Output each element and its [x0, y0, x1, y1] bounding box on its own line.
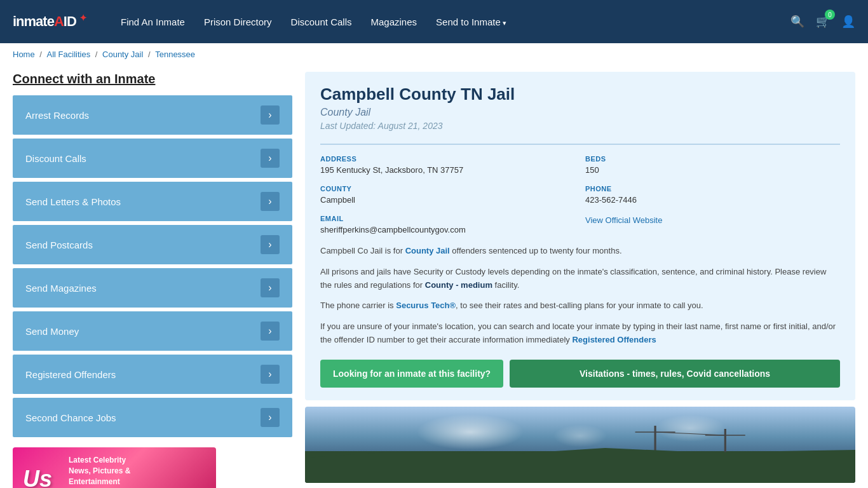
- ad-headline: Latest Celebrity News, Pictures & Entert…: [62, 455, 210, 487]
- desc-para-4: If you are unsure of your inmate's locat…: [320, 320, 840, 347]
- facility-last-updated: Last Updated: August 21, 2023: [320, 121, 840, 131]
- breadcrumb-all-facilities[interactable]: All Facilities: [47, 50, 91, 59]
- search-icon[interactable]: 🔍: [790, 15, 804, 29]
- logo[interactable]: inmateAID ✦: [13, 13, 102, 30]
- logo-text: inmateAID ✦: [13, 13, 86, 30]
- main-layout: Connect with an Inmate Arrest Records › …: [0, 65, 868, 488]
- svg-marker-5: [305, 448, 855, 483]
- header-icons: 🔍 🛒 0 👤: [790, 15, 855, 29]
- facility-card: Campbell County TN Jail County Jail Last…: [305, 72, 855, 400]
- sidebar-item-label: Second Chance Jobs: [25, 412, 116, 423]
- nav-send-to-inmate[interactable]: Send to Inmate: [436, 17, 506, 27]
- sidebar-item-discount-calls[interactable]: Discount Calls ›: [13, 139, 292, 178]
- address-value: 195 Kentucky St, Jacksboro, TN 37757: [320, 165, 575, 175]
- sidebar-title: Connect with an Inmate: [13, 72, 292, 86]
- breadcrumb-home[interactable]: Home: [13, 50, 35, 59]
- county-medium-link[interactable]: County - medium: [425, 280, 492, 290]
- nav-magazines[interactable]: Magazines: [370, 17, 417, 27]
- arrow-icon: ›: [261, 278, 280, 297]
- desc-para-3: The phone carrier is Securus Tech®, to s…: [320, 299, 840, 313]
- arrow-icon: ›: [261, 408, 280, 427]
- desc-para-1: Campbell Co Jail is for County Jail offe…: [320, 245, 840, 258]
- email-block: EMAIL sheriffperkins@campbellcountygov.c…: [320, 215, 575, 234]
- cart-badge: 0: [825, 10, 835, 20]
- sidebar-item-send-letters[interactable]: Send Letters & Photos ›: [13, 182, 292, 221]
- svg-line-4: [655, 432, 725, 435]
- email-value: sheriffperkins@campbellcountygov.com: [320, 225, 575, 234]
- county-block: COUNTY Campbell: [320, 185, 575, 205]
- arrow-icon: ›: [261, 192, 280, 211]
- address-block: ADDRESS 195 Kentucky St, Jacksboro, TN 3…: [320, 155, 575, 175]
- sidebar: Connect with an Inmate Arrest Records › …: [13, 72, 292, 488]
- county-value: Campbell: [320, 195, 575, 205]
- arrow-icon: ›: [261, 149, 280, 168]
- arrow-icon: ›: [261, 105, 280, 125]
- phone-block: PHONE 423-562-7446: [585, 185, 840, 205]
- content-area: Campbell County TN Jail County Jail Last…: [305, 72, 855, 488]
- phone-label: PHONE: [585, 185, 840, 193]
- looking-for-inmate-button[interactable]: Looking for an inmate at this facility?: [320, 360, 503, 388]
- website-block: View Official Website: [585, 215, 840, 234]
- facility-info-grid: ADDRESS 195 Kentucky St, Jacksboro, TN 3…: [320, 144, 840, 234]
- sidebar-item-label: Send Letters & Photos: [25, 196, 121, 207]
- sidebar-item-arrest-records[interactable]: Arrest Records ›: [13, 95, 292, 135]
- landscape-svg: [305, 407, 855, 483]
- address-label: ADDRESS: [320, 155, 575, 163]
- breadcrumb-sep-3: /: [148, 50, 153, 59]
- sidebar-item-send-postcards[interactable]: Send Postcards ›: [13, 225, 292, 264]
- breadcrumb-sep-1: /: [39, 50, 44, 59]
- phone-value: 423-562-7446: [585, 195, 840, 205]
- facility-name: Campbell County TN Jail: [320, 85, 840, 104]
- email-label: EMAIL: [320, 215, 575, 222]
- breadcrumb-tennessee[interactable]: Tennessee: [155, 50, 195, 59]
- beds-value: 150: [585, 165, 840, 175]
- sidebar-item-second-chance-jobs[interactable]: Second Chance Jobs ›: [13, 398, 292, 437]
- breadcrumb-county-jail[interactable]: County Jail: [102, 50, 143, 59]
- arrow-icon: ›: [261, 365, 280, 384]
- action-buttons: Looking for an inmate at this facility? …: [320, 360, 840, 388]
- arrow-icon: ›: [261, 322, 280, 341]
- nav-discount-calls[interactable]: Discount Calls: [291, 17, 352, 27]
- main-header: inmateAID ✦ Find An Inmate Prison Direct…: [0, 0, 868, 43]
- sidebar-item-label: Arrest Records: [25, 110, 89, 121]
- ad-logo: Us: [13, 466, 62, 488]
- county-jail-link-1[interactable]: County Jail: [405, 246, 450, 255]
- advertisement: Us Latest Celebrity News, Pictures & Ent…: [13, 447, 216, 488]
- sidebar-item-send-magazines[interactable]: Send Magazines ›: [13, 268, 292, 308]
- sidebar-item-label: Send Postcards: [25, 240, 93, 250]
- sidebar-item-label: Send Magazines: [25, 283, 97, 294]
- arrow-icon: ›: [261, 235, 280, 254]
- sidebar-item-label: Registered Offenders: [25, 369, 116, 380]
- beds-label: BEDS: [585, 155, 840, 163]
- sidebar-item-send-money[interactable]: Send Money ›: [13, 311, 292, 351]
- sidebar-item-label: Discount Calls: [25, 153, 86, 164]
- sidebar-item-registered-offenders[interactable]: Registered Offenders ›: [13, 355, 292, 394]
- facility-type: County Jail: [320, 107, 840, 118]
- beds-block: BEDS 150: [585, 155, 840, 175]
- facility-image: [305, 407, 855, 483]
- cart-icon[interactable]: 🛒 0: [816, 15, 830, 29]
- sidebar-menu: Arrest Records › Discount Calls › Send L…: [13, 95, 292, 437]
- official-website-link[interactable]: View Official Website: [585, 215, 662, 225]
- securus-tech-link[interactable]: Securus Tech®: [396, 301, 456, 310]
- visitations-button[interactable]: Visitations - times, rules, Covid cancel…: [510, 360, 840, 388]
- desc-para-2: All prisons and jails have Security or C…: [320, 266, 840, 292]
- breadcrumb: Home / All Facilities / County Jail / Te…: [0, 43, 868, 65]
- facility-description: Campbell Co Jail is for County Jail offe…: [320, 245, 840, 347]
- sidebar-item-label: Send Money: [25, 326, 79, 337]
- nav-prison-directory[interactable]: Prison Directory: [204, 17, 272, 27]
- user-icon[interactable]: 👤: [841, 15, 855, 29]
- registered-offenders-link[interactable]: Registered Offenders: [572, 335, 656, 344]
- county-label: COUNTY: [320, 185, 575, 193]
- breadcrumb-sep-2: /: [95, 50, 100, 59]
- main-nav: Find An Inmate Prison Directory Discount…: [121, 17, 771, 27]
- nav-find-inmate[interactable]: Find An Inmate: [121, 17, 185, 27]
